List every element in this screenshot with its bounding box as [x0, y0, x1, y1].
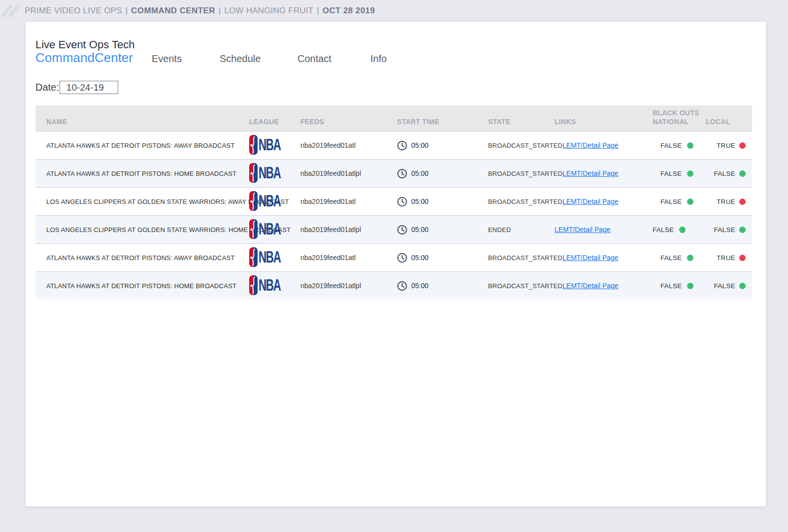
event-name: ATLANTA HAWKS AT DETROIT PISTONS: HOME B…	[46, 282, 236, 290]
table-row: ATLANTA HAWKS AT DETROIT PISTONS: AWAY B…	[35, 131, 752, 159]
main-nav: Events Schedule Contact Info	[152, 53, 387, 66]
column-header-state: STATE	[488, 118, 555, 126]
feed-id: nba2019feed01atl	[300, 254, 356, 262]
nba-wordmark: NBA	[259, 193, 281, 209]
state-label: BROADCAST_STARTED	[488, 254, 562, 262]
lemt-detail-link[interactable]: LEMT/Detail Page	[562, 169, 619, 177]
date-input[interactable]	[60, 81, 118, 94]
feed-id: nba2019feed01atlpl	[300, 226, 361, 233]
nba-wordmark: NBA	[259, 136, 281, 153]
nba-wordmark: NBA	[259, 277, 281, 293]
local-blackout-value: FALSE	[714, 170, 735, 177]
table-header-row: NAME LEAGUE FEEDS START TIME STATE LINKS…	[35, 105, 752, 131]
league-cell: NBA	[249, 134, 300, 157]
table-row: LOS ANGELES CLIPPERS AT GOLDEN STATE WAR…	[35, 187, 752, 215]
nav-item-contact[interactable]: Contact	[297, 53, 370, 65]
start-time: 05:00	[411, 226, 428, 233]
national-blackout-value: FALSE	[660, 282, 682, 290]
local-status-dot	[739, 227, 746, 233]
state-label: BROADCAST_STARTED	[488, 198, 562, 205]
table-row: ATLANTA HAWKS AT DETROIT PISTONS: HOME B…	[35, 271, 752, 299]
local-status-dot	[739, 199, 746, 205]
column-header-links: LINKS	[555, 118, 653, 126]
column-header-local: LOCAL	[706, 118, 752, 126]
lemt-detail-link[interactable]: LEMT/Detail Page	[562, 282, 619, 290]
topbar-subsection: LOW HANGING FRUIT	[224, 6, 313, 16]
start-time: 05:00	[411, 254, 428, 262]
national-status-dot	[687, 255, 693, 261]
state-label: BROADCAST_STARTED	[488, 142, 562, 149]
topbar-separator: |	[126, 6, 128, 16]
nba-logo-icon: NBA	[249, 191, 278, 211]
national-blackout-value: FALSE	[660, 198, 682, 205]
national-status-dot	[679, 227, 686, 233]
app-title-line2: CommandCenter	[35, 51, 152, 66]
start-time: 05:00	[411, 169, 428, 177]
app-title: Live Event Ops Tech CommandCenter	[35, 38, 152, 66]
topbar-separator: |	[317, 6, 319, 16]
local-status-dot	[739, 255, 746, 261]
league-cell: NBA	[249, 275, 300, 297]
column-header-feeds: FEEDS	[300, 118, 397, 126]
league-cell: NBA	[249, 247, 300, 269]
national-status-dot	[687, 142, 693, 149]
local-blackout-value: TRUE	[717, 198, 735, 205]
local-blackout-value: TRUE	[717, 142, 735, 149]
nba-wordmark: NBA	[259, 249, 281, 265]
nba-logo-icon: NBA	[249, 219, 278, 239]
nav-item-events[interactable]: Events	[152, 53, 220, 65]
topbar-date: OCT 28 2019	[323, 6, 375, 16]
column-header-name: NAME	[35, 118, 249, 126]
event-name: ATLANTA HAWKS AT DETROIT PISTONS: HOME B…	[46, 170, 236, 177]
column-header-start-time: START TIME	[397, 118, 488, 126]
nba-wordmark: NBA	[259, 221, 281, 237]
league-cell: NBA	[249, 219, 300, 241]
state-label: BROADCAST_STARTED	[488, 170, 562, 177]
start-time: 05:00	[411, 198, 428, 205]
national-status-dot	[687, 283, 693, 289]
national-blackout-value: FALSE	[660, 254, 682, 262]
brand-stripes-icon	[5, 5, 19, 17]
lemt-detail-link[interactable]: LEMT/Detail Page	[555, 226, 611, 233]
nba-logo-icon: NBA	[249, 134, 278, 155]
date-label: Date:	[35, 82, 59, 93]
lemt-detail-link[interactable]: LEMT/Detail Page	[562, 141, 619, 149]
national-blackout-value: FALSE	[660, 170, 682, 177]
table-row: LOS ANGELES CLIPPERS AT GOLDEN STATE WAR…	[35, 215, 752, 243]
topbar-brand: PRIME VIDEO LIVE OPS	[25, 6, 122, 16]
main-panel: Live Event Ops Tech CommandCenter Events…	[26, 22, 766, 506]
feed-id: nba2019feed01atlpl	[300, 282, 361, 290]
feed-id: nba2019feed01atlpl	[300, 169, 361, 177]
state-label: BROADCAST_STARTED	[488, 282, 562, 290]
date-filter: Date:	[35, 81, 766, 94]
nba-logo-icon: NBA	[249, 275, 278, 296]
clock-icon	[397, 197, 407, 207]
clock-icon	[397, 281, 407, 291]
column-header-league: LEAGUE	[249, 118, 300, 126]
topbar-separator: |	[219, 6, 221, 16]
clock-icon	[397, 253, 407, 263]
start-time: 05:00	[411, 141, 428, 149]
nav-item-info[interactable]: Info	[370, 53, 387, 65]
lemt-detail-link[interactable]: LEMT/Detail Page	[562, 254, 619, 262]
nba-logo-icon: NBA	[249, 247, 278, 267]
top-status-bar: PRIME VIDEO LIVE OPS | COMMAND CENTER | …	[0, 0, 788, 22]
table-row: ATLANTA HAWKS AT DETROIT PISTONS: AWAY B…	[35, 243, 752, 271]
table-row: ATLANTA HAWKS AT DETROIT PISTONS: HOME B…	[35, 159, 752, 187]
event-name: ATLANTA HAWKS AT DETROIT PISTONS: AWAY B…	[46, 142, 235, 149]
lemt-detail-link[interactable]: LEMT/Detail Page	[562, 198, 619, 205]
feed-id: nba2019feed01atl	[300, 141, 356, 149]
column-header-blackouts: BLACK OUTS	[653, 109, 706, 117]
national-blackout-value: FALSE	[653, 226, 674, 233]
local-blackout-value: FALSE	[714, 226, 735, 233]
column-header-national: BLACK OUTS NATIONAL	[653, 109, 706, 126]
national-status-dot	[687, 170, 693, 177]
nav-item-schedule[interactable]: Schedule	[220, 53, 297, 65]
feed-id: nba2019feed01atl	[300, 198, 356, 205]
local-blackout-value: FALSE	[714, 282, 735, 290]
local-status-dot	[739, 142, 746, 149]
state-label: ENDED	[488, 226, 511, 233]
local-status-dot	[739, 283, 746, 289]
topbar-section: COMMAND CENTER	[131, 6, 215, 16]
league-cell: NBA	[249, 163, 300, 185]
